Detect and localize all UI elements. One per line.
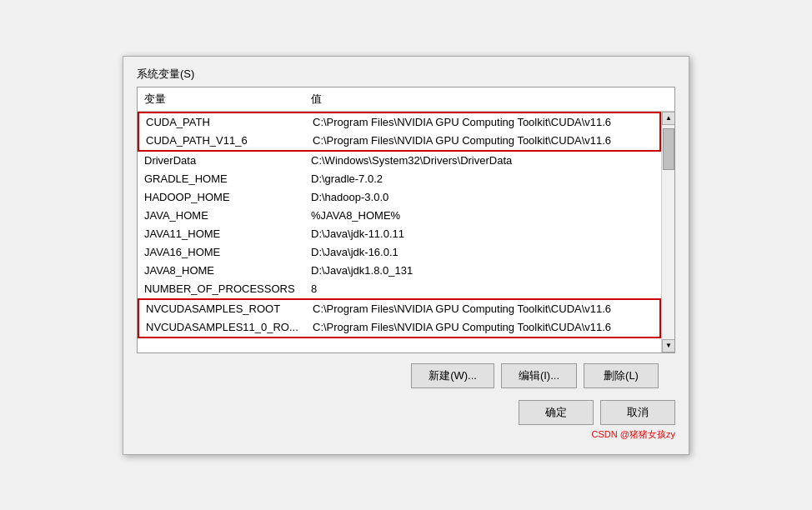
table-row[interactable]: NVCUDASAMPLES11_0_RO... C:\Program Files… <box>139 318 659 337</box>
cancel-button[interactable]: 取消 <box>600 400 675 425</box>
cell-val: D:\gradle-7.0.2 <box>304 171 661 187</box>
scroll-down-button[interactable]: ▼ <box>662 339 674 352</box>
cell-var: JAVA16_HOME <box>138 244 304 260</box>
cell-val: C:\Program Files\NVIDIA GPU Computing To… <box>306 319 659 335</box>
cell-var: JAVA_HOME <box>138 208 304 223</box>
cell-val: D:\Java\jdk1.8.0_131 <box>304 262 661 278</box>
variables-table: 变量 值 CUDA_PATH C:\Program Files\NVIDIA G… <box>137 87 675 353</box>
cuda-group: CUDA_PATH C:\Program Files\NVIDIA GPU Co… <box>138 112 661 152</box>
table-row[interactable]: DriverData C:\Windows\System32\Drivers\D… <box>138 152 661 170</box>
new-button[interactable]: 新建(W)... <box>411 363 494 388</box>
cell-var: CUDA_PATH_V11_6 <box>139 132 306 148</box>
cell-val: C:\Program Files\NVIDIA GPU Computing To… <box>306 132 659 148</box>
scroll-up-button[interactable]: ▲ <box>662 112 674 125</box>
table-row[interactable]: GRADLE_HOME D:\gradle-7.0.2 <box>138 170 661 188</box>
ok-button[interactable]: 确定 <box>519 400 594 425</box>
table-row[interactable]: JAVA11_HOME D:\Java\jdk-11.0.11 <box>138 225 661 243</box>
cell-val: C:\Program Files\NVIDIA GPU Computing To… <box>306 301 659 317</box>
cell-val: 8 <box>304 281 661 297</box>
cell-var: HADOOP_HOME <box>138 189 304 205</box>
section-label: 系统变量(S) <box>137 67 675 82</box>
system-variables-dialog: 系统变量(S) 变量 值 CUDA_PATH C:\Program Files\… <box>123 56 689 455</box>
table-row[interactable]: JAVA16_HOME D:\Java\jdk-16.0.1 <box>138 243 661 262</box>
cell-var: GRADLE_HOME <box>138 171 304 187</box>
delete-button[interactable]: 删除(L) <box>584 363 659 388</box>
rows-container: CUDA_PATH C:\Program Files\NVIDIA GPU Co… <box>138 112 674 338</box>
action-buttons: 新建(W)... 编辑(I)... 删除(L) <box>137 363 675 388</box>
cell-var: CUDA_PATH <box>139 114 306 130</box>
scrollbar-thumb[interactable] <box>663 128 674 170</box>
cell-val: D:\Java\jdk-16.0.1 <box>304 244 661 260</box>
scrollbar[interactable]: ▲ ▼ <box>661 112 674 352</box>
cell-var: NVCUDASAMPLES11_0_RO... <box>139 319 306 335</box>
cell-var: NVCUDASAMPLES_ROOT <box>139 301 306 317</box>
table-row[interactable]: JAVA8_HOME D:\Java\jdk1.8.0_131 <box>138 262 661 280</box>
confirm-buttons: 确定 取消 <box>137 400 675 425</box>
nv-group: NVCUDASAMPLES_ROOT C:\Program Files\NVID… <box>138 298 661 338</box>
cell-val: C:\Windows\System32\Drivers\DriverData <box>304 152 661 168</box>
edit-button[interactable]: 编辑(I)... <box>501 363 577 388</box>
cell-val: %JAVA8_HOME% <box>304 208 661 223</box>
table-row[interactable]: CUDA_PATH C:\Program Files\NVIDIA GPU Co… <box>139 113 659 132</box>
table-row[interactable]: JAVA_HOME %JAVA8_HOME% <box>138 207 661 225</box>
watermark: CSDN @猪猪女孩zy <box>137 428 675 441</box>
cuda-outlined-group: CUDA_PATH C:\Program Files\NVIDIA GPU Co… <box>138 112 661 152</box>
table-header: 变量 值 <box>138 88 674 112</box>
cell-val: D:\hadoop-3.0.0 <box>304 189 661 205</box>
cell-var: DriverData <box>138 152 304 168</box>
table-body[interactable]: CUDA_PATH C:\Program Files\NVIDIA GPU Co… <box>138 112 674 352</box>
table-row[interactable]: NUMBER_OF_PROCESSORS 8 <box>138 280 661 298</box>
table-row[interactable]: NVCUDASAMPLES_ROOT C:\Program Files\NVID… <box>139 300 659 318</box>
table-row[interactable]: HADOOP_HOME D:\hadoop-3.0.0 <box>138 188 661 207</box>
cell-var: NUMBER_OF_PROCESSORS <box>138 281 304 297</box>
cell-val: C:\Program Files\NVIDIA GPU Computing To… <box>306 114 659 130</box>
cell-var: JAVA8_HOME <box>138 262 304 278</box>
table-row[interactable]: CUDA_PATH_V11_6 C:\Program Files\NVIDIA … <box>139 132 659 150</box>
cell-val: D:\Java\jdk-11.0.11 <box>304 226 661 242</box>
cell-var: JAVA11_HOME <box>138 226 304 242</box>
nv-outlined-group: NVCUDASAMPLES_ROOT C:\Program Files\NVID… <box>138 298 661 338</box>
column-header-val: 值 <box>304 90 674 108</box>
column-header-var: 变量 <box>138 90 304 108</box>
